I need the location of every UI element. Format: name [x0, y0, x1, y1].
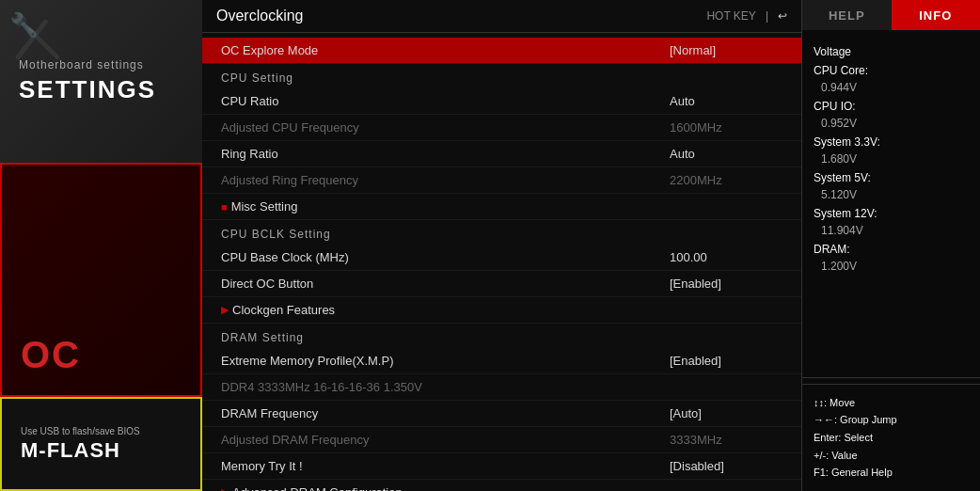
help-group: →←: Group Jump: [814, 411, 969, 429]
memory-try-row[interactable]: Memory Try It ! [Disabled]: [202, 453, 801, 480]
dram-freq-label: DRAM Frequency: [221, 406, 670, 420]
adj-dram-freq-label: Adjusted DRAM Frequency: [221, 433, 670, 447]
hotkey-label: HOT KEY: [706, 9, 755, 23]
cpu-core-value: 0.944V: [814, 81, 969, 94]
misc-expand-icon: ■: [221, 201, 228, 213]
main-header: Overclocking HOT KEY | ↩: [202, 0, 801, 33]
cpu-ratio-row[interactable]: CPU Ratio Auto: [202, 88, 801, 115]
dram-freq-value: [Auto]: [670, 406, 782, 420]
oc-explore-mode-row[interactable]: OC Explore Mode [Normal]: [202, 38, 801, 64]
help-move: ↕↕: Move: [814, 394, 969, 412]
clockgen-row[interactable]: ▶ Clockgen Features: [202, 297, 801, 324]
dram-setting-header: DRAM Setting: [202, 324, 801, 348]
clockgen-arrow-icon: ▶: [221, 304, 229, 316]
cpu-io-label: CPU IO:: [814, 100, 969, 113]
sys-33-label: System 3.3V:: [814, 135, 969, 149]
cpu-ratio-label: CPU Ratio: [221, 94, 670, 108]
help-value: +/-: Value: [814, 447, 969, 465]
adj-dram-freq-value: 3333MHz: [670, 433, 782, 447]
sys-12-label: System 12V:: [814, 207, 969, 220]
sys-33-value: 1.680V: [814, 152, 969, 166]
dram-value: 1.200V: [814, 260, 969, 273]
main-body: OC Explore Mode [Normal] CPU Setting CPU…: [202, 33, 801, 491]
right-tabs: HELP INFO: [802, 0, 980, 30]
voltage-title: Voltage: [814, 45, 969, 58]
adj-cpu-freq-value: 1600MHz: [670, 120, 782, 135]
misc-setting-label: Misc Setting: [231, 199, 782, 214]
misc-setting-row[interactable]: ■ Misc Setting: [202, 194, 801, 220]
ring-ratio-label: Ring Ratio: [221, 147, 670, 161]
mflash-title: M-FLASH: [21, 438, 182, 463]
adj-ring-freq-row: Adjusted Ring Frequency 2200MHz: [202, 167, 801, 194]
cpu-base-clock-row[interactable]: CPU Base Clock (MHz) 100.00: [202, 245, 801, 271]
main-content: Overclocking HOT KEY | ↩ OC Explore Mode…: [202, 0, 801, 491]
tab-info[interactable]: INFO: [892, 0, 981, 30]
mflash-subtitle: Use USB to flash/save BIOS: [21, 426, 182, 436]
cpu-base-clock-value: 100.00: [670, 250, 782, 264]
dram-label: DRAM:: [814, 243, 969, 256]
sidebar-mflash-section[interactable]: Use USB to flash/save BIOS M-FLASH: [0, 397, 202, 491]
tools-icon: [14, 14, 61, 65]
right-bottom: ↕↕: Move →←: Group Jump Enter: Select +/…: [802, 384, 980, 491]
sys-5-label: System 5V:: [814, 171, 969, 184]
direct-oc-value: [Enabled]: [670, 277, 782, 291]
dram-freq-row[interactable]: DRAM Frequency [Auto]: [202, 401, 801, 427]
tab-help[interactable]: HELP: [802, 0, 892, 30]
oc-explore-label: OC Explore Mode: [221, 43, 670, 57]
cpu-base-clock-label: CPU Base Clock (MHz): [221, 250, 670, 264]
main-header-right: HOT KEY | ↩: [706, 9, 787, 23]
cpu-setting-header: CPU Setting: [202, 64, 801, 88]
separator: |: [766, 9, 768, 23]
sys-12-value: 11.904V: [814, 224, 969, 237]
right-content: Voltage CPU Core: 0.944V CPU IO: 0.952V …: [802, 30, 980, 372]
ddr4-info-row: DDR4 3333MHz 16-16-16-36 1.350V: [202, 374, 801, 401]
xmp-label: Extreme Memory Profile(X.M.P): [221, 354, 670, 368]
sidebar-oc-section[interactable]: OC: [0, 165, 202, 397]
sys-5-value: 5.120V: [814, 188, 969, 201]
cpu-ratio-value: Auto: [670, 94, 782, 108]
adv-dram-label: Advanced DRAM Configuration: [232, 485, 782, 491]
memory-try-value: [Disabled]: [670, 459, 782, 473]
adj-cpu-freq-row: Adjusted CPU Frequency 1600MHz: [202, 115, 801, 141]
cpu-io-value: 0.952V: [814, 117, 969, 130]
adj-ring-freq-value: 2200MHz: [670, 173, 782, 187]
sidebar-settings-section[interactable]: Motherboard settings SETTINGS: [0, 0, 202, 165]
adj-cpu-freq-label: Adjusted CPU Frequency: [221, 120, 670, 135]
settings-title: SETTINGS: [19, 75, 183, 104]
clockgen-label: Clockgen Features: [232, 303, 782, 317]
xmp-row[interactable]: Extreme Memory Profile(X.M.P) [Enabled]: [202, 348, 801, 374]
help-text: ↕↕: Move →←: Group Jump Enter: Select +/…: [814, 394, 969, 482]
adj-ring-freq-label: Adjusted Ring Frequency: [221, 173, 670, 187]
right-panel: HELP INFO Voltage CPU Core: 0.944V CPU I…: [801, 0, 980, 491]
ring-ratio-value: Auto: [670, 147, 782, 161]
svg-line-1: [30, 30, 57, 57]
help-enter: Enter: Select: [814, 429, 969, 447]
adv-dram-arrow-icon: ▶: [221, 486, 229, 491]
ddr4-info-label: DDR4 3333MHz 16-16-16-36 1.350V: [221, 380, 782, 394]
back-icon[interactable]: ↩: [778, 9, 787, 23]
cpu-core-label: CPU Core:: [814, 64, 969, 77]
adj-dram-freq-row: Adjusted DRAM Frequency 3333MHz: [202, 427, 801, 453]
direct-oc-label: Direct OC Button: [221, 277, 670, 291]
xmp-value: [Enabled]: [670, 354, 782, 368]
memory-try-label: Memory Try It !: [221, 459, 670, 473]
cpu-bclk-header: CPU BCLK Setting: [202, 220, 801, 245]
oc-label: OC: [21, 334, 182, 376]
right-divider: [802, 377, 980, 378]
adv-dram-row[interactable]: ▶ Advanced DRAM Configuration: [202, 480, 801, 491]
help-f1: F1: General Help: [814, 464, 969, 482]
main-header-title: Overclocking: [216, 8, 303, 24]
ring-ratio-row[interactable]: Ring Ratio Auto: [202, 141, 801, 167]
direct-oc-row[interactable]: Direct OC Button [Enabled]: [202, 271, 801, 297]
sidebar: Motherboard settings SETTINGS OC ➜ Use U…: [0, 0, 202, 491]
oc-explore-value: [Normal]: [670, 43, 782, 57]
